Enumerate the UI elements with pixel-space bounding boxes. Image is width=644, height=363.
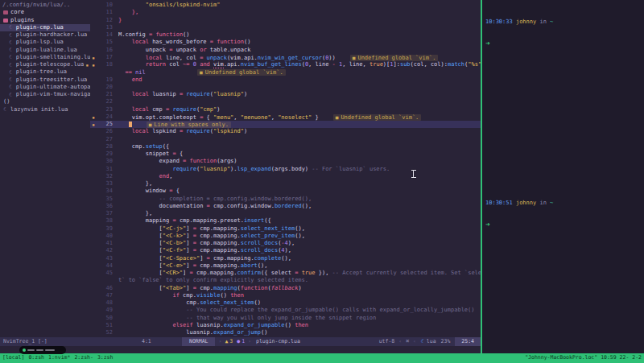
code-line-27[interactable]: 27 [90, 136, 481, 143]
sign-column [90, 188, 97, 195]
code-text: ["<C-j>"] = cmp.mapping.select_next_item… [118, 225, 481, 233]
code-line-48[interactable]: 48 cmp.select_next_item() [90, 299, 481, 307]
code-line-16[interactable]: 16 unpack = unpack or table.unpack [90, 47, 481, 54]
tree-item-plugin-telescope.lua[interactable]: ☾plugin-telescope.lua▪ [0, 61, 90, 68]
code-line-13[interactable]: 13 [90, 24, 481, 31]
code-line-24[interactable]: ▪24 vim.opt.completeopt = { "menu", "men… [90, 113, 481, 121]
code-line-36[interactable]: 36 documentation = cmp.config.window.bor… [90, 203, 481, 210]
code-line-22[interactable]: 22 [90, 98, 481, 105]
sign-column [90, 255, 97, 262]
tree-item-[interactable]: () [0, 98, 90, 105]
tree-item-plugin-hardhacker.lua[interactable]: ☾plugin-hardhacker.lua [0, 31, 90, 39]
line-number: 14 [97, 31, 118, 39]
code-line-37[interactable]: 37 }, [90, 210, 481, 217]
tmux-terminal-screen: /.config/nvim/lua/.. coreplugins☾plugin-… [0, 0, 644, 363]
code-text: local line, col = unpack(vim.api.nvim_wi… [118, 54, 481, 61]
code-line-12[interactable]: 12} [90, 17, 481, 24]
tree-item-plugin-vim-tmux-naviga[interactable]: ☾plugin-vim-tmux-naviga [0, 91, 90, 98]
sign-column [90, 39, 97, 46]
line-number: 34 [97, 188, 118, 195]
code-line-52[interactable]: 52 luasnip.expand_or_jump() [90, 329, 481, 336]
tmux-window-0zsh[interactable]: 0:zsh [28, 354, 44, 361]
tree-item-plugin-tree.lua[interactable]: ☾plugin-tree.lua [0, 68, 90, 76]
code-editor[interactable]: 10 "onsails/lspkind-nvim"11 },12}1314M.c… [90, 0, 481, 339]
code-line-20[interactable]: 20 [90, 84, 481, 91]
tree-item-label: plugin-treesitter.lua [16, 76, 88, 84]
tree-item-plugin-smelltaining.lu[interactable]: ☾plugin-smelltaining.lu▪ [0, 54, 90, 61]
sign-column [90, 270, 97, 277]
tmux-window-2zsh[interactable]: 2:zsh- [74, 354, 93, 361]
code-line-14[interactable]: 14M.config = function() [90, 31, 481, 39]
code-line-44[interactable]: 44 ["<C-e>"] = cmp.mapping.abort(), [90, 262, 481, 270]
code-line-49[interactable]: 49 -- You could replace the expand_or_ju… [90, 307, 481, 314]
code-line-17[interactable]: ▪17 local line, col = unpack(vim.api.nvi… [90, 54, 481, 61]
tmux-window-1nvim[interactable]: 1:nvim* [48, 354, 70, 361]
code-line-40[interactable]: 40 ["<C-k>"] = cmp.mapping.select_prev_i… [90, 233, 481, 240]
chevron-left-icon: ‹ [409, 338, 420, 345]
sign-column [90, 9, 97, 16]
code-line-50[interactable]: 50 -- that way you will only jump inside… [90, 315, 481, 322]
code-line-38[interactable]: 38 mapping = cmp.mapping.preset.insert({ [90, 217, 481, 225]
statusline-cursor-position: 25:4 [455, 337, 481, 346]
green-dot-icon [23, 349, 26, 352]
code-line-41[interactable]: 41 ["<C-b>"] = cmp.mapping.scroll_docs(-… [90, 240, 481, 247]
code-line-15[interactable]: 15 local has_words_before = function() [90, 39, 481, 46]
statusline-encoding: utf-8 [379, 338, 395, 345]
tmux-hostname: "Johnny-MacBookPro.loc" [525, 354, 597, 361]
code-line-23[interactable]: 23 local cmp = require("cmp") [90, 106, 481, 113]
code-line-35[interactable]: 35 -- completion = cmp.config.window.bor… [90, 196, 481, 203]
code-line-45[interactable]: 45 ["<CR>"] = cmp.mapping.confirm({ sele… [90, 270, 481, 277]
code-line-11[interactable]: 11 }, [90, 9, 481, 16]
sign-column [90, 285, 97, 292]
code-line-28[interactable]: 28 cmp.setup({ [90, 143, 481, 151]
code-line-51[interactable]: 51 elseif luasnip.expand_or_jumpable() t… [90, 322, 481, 329]
code-line-21[interactable]: 21 local luasnip = require("luasnip") [90, 91, 481, 98]
diagnostic-virtual-text: ■Undefined global `vim`. [197, 69, 286, 76]
code-line-18[interactable]: ▪18 return col ~= 0 and vim.api.nvim_buf… [90, 61, 481, 68]
code-line-46[interactable]: 46 ["<Tab>"] = cmp.mapping(function(fall… [90, 285, 481, 292]
code-text: local lspkind = require("lspkind") [118, 128, 481, 135]
tree-item-plugin-lualine.lua[interactable]: ☾plugin-lualine.lua [0, 47, 90, 54]
vim-command-line[interactable] [0, 346, 481, 353]
code-text: }, [118, 9, 481, 16]
code-line-42[interactable]: 42 ["<C-f>"] = cmp.mapping.scroll_docs(4… [90, 247, 481, 254]
code-line-19[interactable]: 19 end [90, 76, 481, 84]
code-line-10[interactable]: 10 "onsails/lspkind-nvim" [90, 2, 481, 9]
terminal-pane[interactable]: 10:30:33 johnny in ~ ➜ 10:30:51 johnny i… [482, 0, 644, 353]
code-line-34[interactable]: 34 window = { [90, 188, 481, 195]
code-text: ["<CR>"] = cmp.mapping.confirm({ select … [118, 270, 481, 277]
sign-column [90, 307, 97, 314]
code-line-wrap[interactable]: t` to `false` to only confirm explicitly… [90, 277, 481, 284]
line-number: 12 [97, 17, 118, 24]
code-text: ["<C-k>"] = cmp.mapping.select_prev_item… [118, 233, 481, 240]
lua-file-icon: ☾ [9, 77, 14, 82]
code-line-30[interactable]: 30 expand = function(args) [90, 158, 481, 165]
diagnostic-sign-icon: ▪ [90, 113, 97, 121]
tree-item-label: plugin-telescope.lua [16, 61, 84, 68]
tree-item-plugin-lsp.lua[interactable]: ☾plugin-lsp.lua [0, 39, 90, 46]
code-line-47[interactable]: 47 if cmp.visible() then [90, 292, 481, 299]
diagnostic-square-icon: ■ [149, 122, 152, 127]
tree-item-lazynviminit.lua[interactable]: ☾lazynvim init.lua [0, 106, 90, 113]
tree-item-plugin-treesitter.lua[interactable]: ☾plugin-treesitter.lua [0, 76, 90, 84]
code-line-33[interactable]: 33 }, [90, 180, 481, 188]
tree-item-plugins[interactable]: plugins [0, 17, 90, 24]
tree-item-plugin-cmp.lua[interactable]: ☾plugin-cmp.lua [0, 24, 90, 31]
code-line-31[interactable]: 31 require("luasnip").lsp_expand(args.bo… [90, 166, 481, 173]
code-line-26[interactable]: 26 local lspkind = require("lspkind") [90, 128, 481, 135]
code-line-32[interactable]: 32 end, [90, 173, 481, 180]
tree-item-plugin-ultimate-autopa[interactable]: ☾plugin-ultimate-autopa [0, 84, 90, 91]
code-line-wrap[interactable]: == nil ■Undefined global `vim`. [90, 68, 481, 76]
lua-moon-icon: ☾ [420, 338, 425, 344]
code-line-29[interactable]: 29 snippet = { [90, 151, 481, 158]
code-line-43[interactable]: 43 ["<C-Space>"] = cmp.mapping.complete(… [90, 255, 481, 262]
tmux-session-name: [local] [2, 354, 24, 361]
tree-item-core[interactable]: core [0, 9, 90, 16]
code-line-39[interactable]: 39 ["<C-j>"] = cmp.mapping.select_next_i… [90, 225, 481, 233]
code-text: elseif luasnip.expand_or_jumpable() then [118, 322, 481, 329]
lua-file-icon: ☾ [9, 93, 14, 97]
code-line-25[interactable]: ▪25 ■Line with spaces only. [90, 121, 481, 128]
prompt-arrow-icon: ➜ [485, 221, 553, 229]
code-text: local luasnip = require("luasnip") [118, 91, 481, 98]
tmux-window-3zsh[interactable]: 3:zsh [97, 354, 114, 361]
